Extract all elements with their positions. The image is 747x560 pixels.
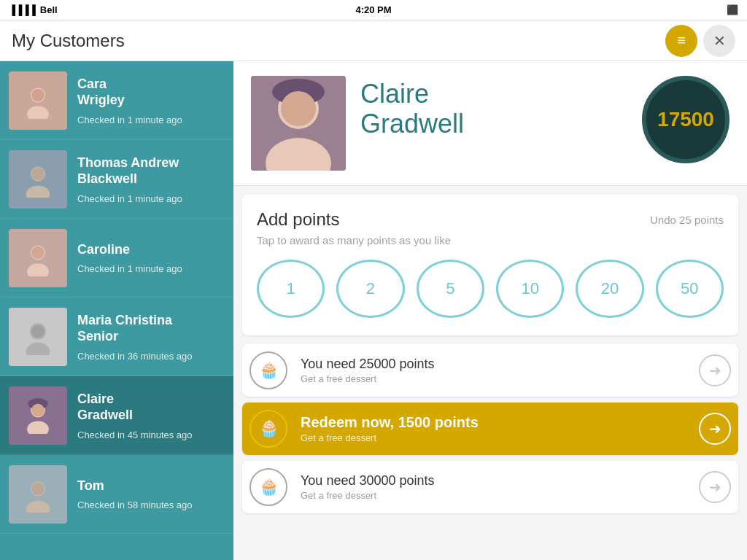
hero-name: Claire Gradwell — [360, 79, 627, 139]
status-right: ⬛ — [727, 4, 738, 15]
reward-action-wrap-2: ➜ — [692, 402, 738, 455]
avatar-maria — [9, 308, 67, 366]
svg-point-11 — [31, 246, 44, 259]
reward-text-3: You need 30000 points Get a free dessert — [295, 464, 692, 510]
add-points-title: Add points — [257, 209, 339, 230]
svg-point-15 — [31, 324, 44, 338]
point-btn-50[interactable]: 50 — [656, 260, 724, 318]
customer-info-caroline: Caroline Checked in 1 minute ago — [77, 241, 225, 275]
svg-point-20 — [31, 403, 44, 416]
points-value: 17500 — [657, 108, 714, 131]
reward-icon-3: 🧁 — [249, 468, 287, 506]
customer-info-tom: Tom Checked in 58 minutes ago — [77, 478, 225, 511]
signal-icon: ▐▐▐▐ — [9, 4, 36, 15]
page-title: My Customers — [12, 31, 125, 51]
sidebar-item-maria[interactable]: Maria ChristinaSenior Checked in 36 minu… — [0, 298, 233, 376]
customer-name-thomas: Thomas AndrewBlackwell — [77, 155, 225, 187]
customer-info-cara: CaraWrigley Checked in 1 minute ago — [77, 76, 225, 125]
reward-item-2[interactable]: 🧁 Redeem now, 1500 points Get a free des… — [242, 402, 738, 455]
header-actions: ≡ ✕ — [665, 25, 735, 57]
reward-subtitle-3: Get a free dessert — [301, 490, 686, 501]
reward-icon-wrap-3: 🧁 — [242, 461, 295, 513]
sidebar-item-thomas[interactable]: Thomas AndrewBlackwell Checked in 1 minu… — [0, 140, 233, 219]
sidebar-item-claire[interactable]: ClaireGradwell Checked in 45 minutes ago — [0, 376, 233, 455]
reward-action-wrap-1: ➜ — [692, 344, 738, 397]
close-button[interactable]: ✕ — [703, 25, 735, 57]
reward-subtitle-2: Get a free dessert — [301, 432, 686, 443]
customers-sidebar: CaraWrigley Checked in 1 minute ago Thom… — [0, 61, 233, 560]
svg-point-29 — [281, 91, 316, 126]
sidebar-item-tom[interactable]: Tom Checked in 58 minutes ago — [0, 455, 233, 534]
customer-checkin-cara: Checked in 1 minute ago — [77, 114, 225, 125]
reward-action-3[interactable]: ➜ — [699, 471, 731, 503]
customer-checkin-caroline: Checked in 1 minute ago — [77, 263, 225, 274]
customer-hero: Claire Gradwell 17500 — [233, 61, 747, 186]
svg-point-3 — [31, 88, 44, 101]
svg-point-24 — [31, 482, 44, 495]
reward-icon-wrap-1: 🧁 — [242, 344, 295, 397]
customer-name-cara: CaraWrigley — [77, 76, 225, 109]
reward-text-1: You need 25000 points Get a free dessert — [295, 348, 692, 393]
reward-text-2: Redeem now, 1500 points Get a free desse… — [295, 405, 692, 452]
point-btn-2[interactable]: 2 — [336, 260, 404, 318]
point-btn-5[interactable]: 5 — [417, 260, 484, 318]
avatar-cara — [9, 71, 67, 130]
hero-photo — [251, 76, 346, 171]
point-btn-1[interactable]: 1 — [257, 260, 325, 318]
customer-info-thomas: Thomas AndrewBlackwell Checked in 1 minu… — [77, 155, 225, 204]
reward-title-2: Redeem now, 1500 points — [301, 414, 686, 431]
customer-checkin-claire: Checked in 45 minutes ago — [77, 429, 225, 440]
detail-panel: Claire Gradwell 17500 Add points Undo 25… — [233, 61, 747, 560]
customer-name-caroline: Caroline — [77, 241, 225, 258]
menu-button[interactable]: ≡ — [665, 25, 697, 57]
time-label: 4:20 PM — [355, 4, 391, 15]
reward-item-3[interactable]: 🧁 You need 30000 points Get a free desse… — [242, 461, 738, 513]
avatar-thomas — [9, 150, 67, 209]
customer-name-claire: ClaireGradwell — [77, 391, 225, 424]
add-points-section: Add points Undo 25 points Tap to award a… — [242, 195, 738, 335]
header: My Customers ≡ ✕ — [0, 20, 747, 61]
customer-checkin-tom: Checked in 58 minutes ago — [77, 499, 225, 510]
reward-title-1: You need 25000 points — [301, 357, 686, 372]
reward-action-1[interactable]: ➜ — [699, 354, 731, 386]
reward-icon-1: 🧁 — [249, 351, 287, 389]
battery-icon: ⬛ — [727, 4, 738, 15]
customer-checkin-maria: Checked in 36 minutes ago — [77, 351, 225, 362]
reward-action-2[interactable]: ➜ — [699, 413, 731, 445]
customer-checkin-thomas: Checked in 1 minute ago — [77, 193, 225, 204]
customer-info-claire: ClaireGradwell Checked in 45 minutes ago — [77, 391, 225, 440]
customer-info-maria: Maria ChristinaSenior Checked in 36 minu… — [77, 312, 225, 362]
point-btn-10[interactable]: 10 — [496, 260, 564, 318]
hero-info: Claire Gradwell — [360, 76, 627, 139]
avatar-tom — [9, 465, 67, 524]
add-points-header: Add points Undo 25 points — [257, 209, 724, 230]
reward-title-3: You need 30000 points — [301, 473, 686, 489]
customer-name-tom: Tom — [77, 478, 225, 494]
svg-point-7 — [31, 167, 44, 180]
main-layout: CaraWrigley Checked in 1 minute ago Thom… — [0, 61, 747, 560]
points-circle: 17500 — [642, 76, 729, 163]
reward-icon-2: 🧁 — [249, 410, 287, 448]
reward-action-wrap-3: ➜ — [692, 461, 738, 513]
reward-icon-wrap-2: 🧁 — [242, 402, 295, 455]
customer-name-maria: Maria ChristinaSenior — [77, 312, 225, 345]
undo-text[interactable]: Undo 25 points — [650, 209, 724, 226]
points-buttons: 1 2 5 10 20 50 — [257, 260, 724, 318]
avatar-claire — [9, 386, 67, 445]
avatar-caroline — [9, 229, 67, 287]
sidebar-item-caroline[interactable]: Caroline Checked in 1 minute ago — [0, 219, 233, 298]
rewards-section: 🧁 You need 25000 points Get a free desse… — [233, 344, 747, 522]
carrier-label: Bell — [40, 4, 58, 15]
status-left: ▐▐▐▐ Bell — [9, 4, 58, 15]
reward-item-1[interactable]: 🧁 You need 25000 points Get a free desse… — [242, 344, 738, 397]
status-bar: ▐▐▐▐ Bell 4:20 PM ⬛ — [0, 0, 747, 20]
point-btn-20[interactable]: 20 — [576, 260, 643, 318]
reward-subtitle-1: Get a free dessert — [301, 373, 686, 384]
sidebar-item-cara[interactable]: CaraWrigley Checked in 1 minute ago — [0, 61, 233, 140]
add-points-subtitle: Tap to award as many points as you like — [257, 234, 724, 246]
